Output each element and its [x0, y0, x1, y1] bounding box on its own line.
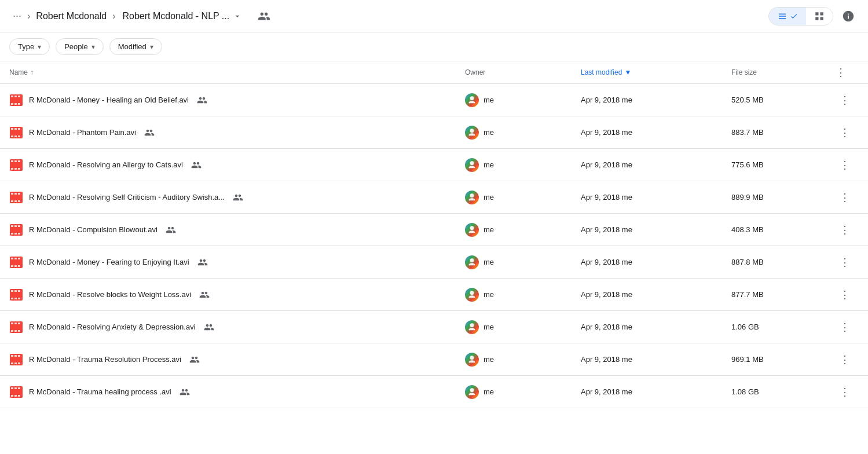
owner-cell: me	[465, 191, 581, 204]
row-more-actions[interactable]: ⋮	[836, 221, 859, 239]
modified-cell: Apr 9, 2018 me	[581, 387, 731, 396]
avatar	[465, 385, 479, 399]
svg-rect-67	[11, 395, 13, 397]
file-size-cell: 969.1 MB	[731, 355, 836, 364]
list-view-button[interactable]	[769, 8, 806, 25]
breadcrumb-chevron-1: ›	[27, 11, 30, 21]
table-row[interactable]: R McDonald - Resolving Self Criticism - …	[0, 181, 868, 214]
row-more-actions[interactable]: ⋮	[836, 383, 859, 401]
table-row[interactable]: R McDonald - Compulsion Blowout.avi me A…	[0, 214, 868, 246]
svg-rect-9	[14, 128, 17, 130]
file-size-cell: 775.6 MB	[731, 160, 836, 169]
svg-rect-3	[18, 96, 20, 97]
more-button[interactable]: ⋮	[836, 285, 854, 304]
more-button[interactable]: ⋮	[836, 253, 854, 272]
svg-rect-59	[18, 355, 20, 357]
more-button[interactable]: ⋮	[836, 188, 854, 207]
avatar	[465, 191, 479, 204]
svg-rect-34	[18, 233, 20, 235]
row-more-actions[interactable]: ⋮	[836, 318, 859, 336]
table-row[interactable]: R McDonald - Trauma Resolution Process.a…	[0, 343, 868, 376]
share-people-button[interactable]	[254, 6, 274, 27]
table-row[interactable]: R McDonald - Resolving Anxiety & Depress…	[0, 311, 868, 343]
file-list: R McDonald - Money - Healing an Old Beli…	[0, 84, 868, 408]
grid-view-icon	[814, 11, 825, 21]
more-button[interactable]: ⋮	[836, 383, 854, 401]
svg-rect-17	[18, 160, 20, 162]
svg-rect-45	[18, 290, 20, 292]
file-name-text: R McDonald - Resolving an Allergy to Cat…	[29, 160, 183, 169]
file-size-cell: 1.08 GB	[731, 387, 836, 396]
table-row[interactable]: R McDonald - Money - Fearing to Enjoying…	[0, 246, 868, 279]
svg-rect-16	[14, 160, 17, 162]
owner-cell: me	[465, 385, 581, 399]
shared-icon	[180, 387, 190, 397]
name-sort-arrow: ↑	[30, 68, 34, 76]
info-button[interactable]	[838, 6, 859, 27]
breadcrumb: ··· › Robert Mcdonald › Robert Mcdonald …	[9, 6, 768, 27]
more-button[interactable]: ⋮	[836, 123, 854, 142]
more-button[interactable]: ⋮	[836, 91, 854, 109]
modified-column-header[interactable]: Last modified ▼	[581, 68, 731, 76]
avatar	[465, 93, 479, 107]
row-more-actions[interactable]: ⋮	[836, 123, 859, 142]
svg-rect-12	[14, 136, 17, 137]
svg-rect-69	[18, 395, 20, 397]
svg-rect-54	[14, 330, 17, 332]
svg-rect-48	[18, 298, 20, 299]
file-name-text: R McDonald - Trauma healing process .avi	[29, 387, 171, 396]
row-more-actions[interactable]: ⋮	[836, 253, 859, 272]
more-button[interactable]: ⋮	[836, 318, 854, 336]
owner-name: me	[484, 290, 494, 299]
more-button[interactable]: ⋮	[836, 350, 854, 369]
table-row[interactable]: R McDonald - Money - Healing an Old Beli…	[0, 84, 868, 116]
svg-rect-44	[14, 290, 17, 292]
type-filter-chevron: ▾	[38, 43, 41, 51]
modified-cell: Apr 9, 2018 me	[581, 355, 731, 364]
table-row[interactable]: R McDonald - Phantom Pain.avi me Apr 9, …	[0, 116, 868, 149]
row-more-actions[interactable]: ⋮	[836, 156, 859, 174]
svg-rect-60	[11, 363, 13, 364]
row-more-actions[interactable]: ⋮	[836, 188, 859, 207]
table-row[interactable]: R McDonald - Trauma healing process .avi…	[0, 376, 868, 408]
owner-name: me	[484, 387, 494, 396]
owner-cell: me	[465, 126, 581, 140]
shared-icon	[166, 225, 176, 235]
row-more-actions[interactable]: ⋮	[836, 285, 859, 304]
grid-view-button[interactable]	[806, 8, 833, 25]
more-button[interactable]: ⋮	[836, 156, 854, 174]
owner-name: me	[484, 193, 494, 202]
svg-rect-68	[14, 395, 17, 397]
file-name-cell: R McDonald - Resolving Anxiety & Depress…	[9, 320, 465, 334]
svg-rect-51	[14, 323, 17, 324]
people-filter-button[interactable]: People ▾	[56, 38, 103, 55]
svg-rect-41	[18, 265, 20, 267]
modified-filter-chevron: ▾	[150, 43, 153, 51]
breadcrumb-dots[interactable]: ···	[9, 8, 25, 24]
name-column-header[interactable]: Name ↑	[9, 68, 465, 76]
breadcrumb-item-2[interactable]: Robert Mcdonald - NLP ...	[118, 9, 247, 24]
type-filter-button[interactable]: Type ▾	[9, 38, 50, 55]
owner-cell: me	[465, 158, 581, 172]
table-header: Name ↑ Owner Last modified ▼ File size ⋮	[0, 61, 868, 84]
file-name-text: R McDonald - Money - Healing an Old Beli…	[29, 96, 189, 104]
file-name-cell: R McDonald - Phantom Pain.avi	[9, 126, 465, 140]
file-size-cell: 877.7 MB	[731, 290, 836, 299]
modified-cell: Apr 9, 2018 me	[581, 128, 731, 137]
more-button[interactable]: ⋮	[836, 221, 854, 239]
list-view-icon	[777, 11, 788, 21]
row-more-actions[interactable]: ⋮	[836, 350, 859, 369]
svg-rect-22	[11, 193, 13, 195]
svg-rect-13	[18, 136, 20, 137]
modified-filter-button[interactable]: Modified ▾	[109, 38, 162, 55]
breadcrumb-item-1[interactable]: Robert Mcdonald	[32, 9, 110, 24]
table-row[interactable]: R McDonald - Resolve blocks to Weight Lo…	[0, 279, 868, 311]
header-more-icon: ⋮	[836, 67, 846, 78]
table-row[interactable]: R McDonald - Resolving an Allergy to Cat…	[0, 149, 868, 181]
avatar	[465, 158, 479, 172]
row-more-actions[interactable]: ⋮	[836, 91, 859, 109]
svg-rect-65	[14, 387, 17, 389]
file-name-cell: R McDonald - Resolve blocks to Weight Lo…	[9, 288, 465, 302]
video-file-icon	[9, 385, 23, 399]
video-file-icon	[9, 191, 23, 204]
